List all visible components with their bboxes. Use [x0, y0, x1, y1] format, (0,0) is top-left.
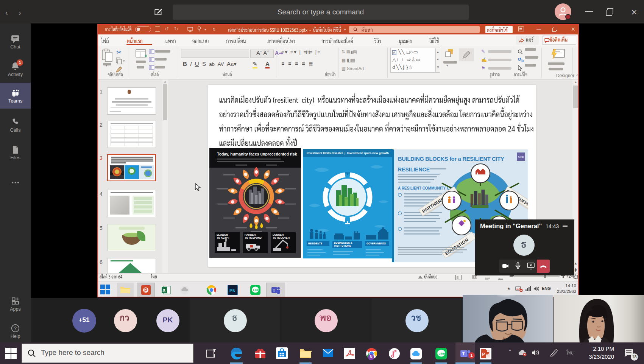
svg-text:T: T: [462, 351, 465, 356]
svg-text:P: P: [482, 352, 485, 356]
svg-text:LINE: LINE: [439, 352, 445, 355]
